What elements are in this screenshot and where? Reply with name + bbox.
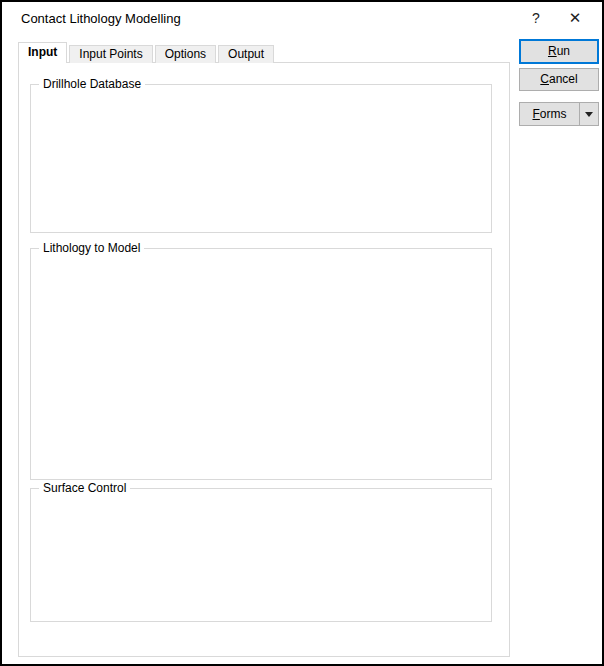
tab-input[interactable]: Input — [18, 42, 67, 63]
forms-button[interactable]: Forms — [520, 103, 579, 125]
forms-split-button: Forms — [519, 102, 599, 126]
run-button-label: R — [548, 44, 557, 58]
help-icon[interactable]: ? — [525, 8, 547, 28]
forms-button-label: F — [532, 107, 539, 121]
forms-dropdown-button[interactable] — [580, 103, 598, 125]
forms-button-label-rest: orms — [540, 107, 567, 121]
tab-output[interactable]: Output — [218, 45, 274, 63]
dropdown-arrow-icon — [585, 112, 593, 117]
cancel-button-label: C — [540, 72, 549, 86]
surface-control-group: Surface Control — [30, 488, 492, 622]
contact-lithology-modelling-dialog: Contact Lithology Modelling ? ✕ Input In… — [0, 0, 604, 666]
tab-options[interactable]: Options — [155, 45, 216, 63]
run-button-label-rest: un — [557, 44, 570, 58]
cancel-button-label-rest: ancel — [549, 72, 578, 86]
close-icon[interactable]: ✕ — [564, 8, 586, 28]
tab-bar: Input Input Points Options Output — [18, 42, 276, 63]
window-title: Contact Lithology Modelling — [21, 11, 181, 26]
drillhole-database-group: Drillhole Database — [30, 84, 492, 233]
group-legend: Lithology to Model — [39, 241, 144, 255]
group-legend: Drillhole Database — [39, 77, 145, 91]
run-button[interactable]: Run — [519, 39, 599, 64]
tab-input-points[interactable]: Input Points — [69, 45, 152, 63]
group-legend: Surface Control — [39, 481, 130, 495]
lithology-to-model-group: Lithology to Model — [30, 248, 492, 480]
cancel-button[interactable]: Cancel — [519, 68, 599, 91]
